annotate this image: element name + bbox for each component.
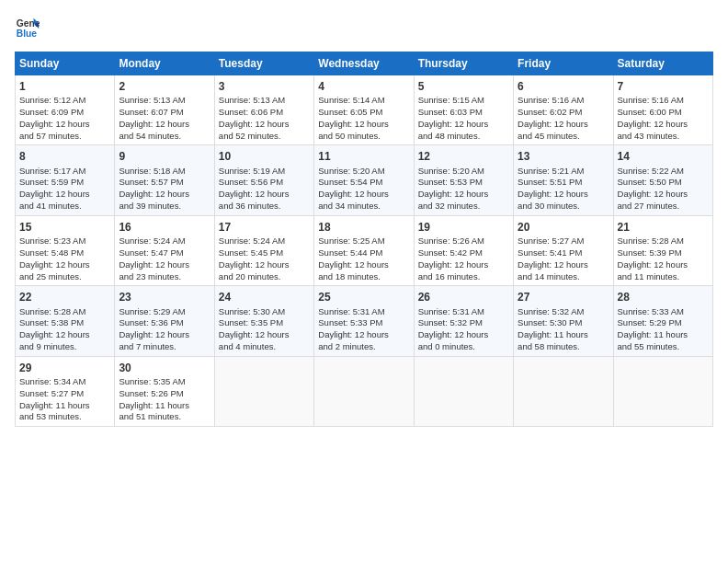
column-header-wednesday: Wednesday xyxy=(314,52,414,75)
calendar-cell: 15Sunrise: 5:23 AMSunset: 5:48 PMDayligh… xyxy=(16,215,115,285)
page-header: General Blue xyxy=(15,15,713,40)
cell-content: Daylight: 12 hours xyxy=(518,189,609,201)
cell-content: Sunset: 5:29 PM xyxy=(618,317,709,329)
cell-content: Sunrise: 5:35 AM xyxy=(119,376,210,388)
cell-content: Daylight: 12 hours xyxy=(618,259,709,271)
cell-content: Sunrise: 5:28 AM xyxy=(19,306,110,318)
cell-content: Daylight: 12 hours xyxy=(219,329,310,341)
cell-content: and 14 minutes. xyxy=(518,271,609,283)
day-number: 3 xyxy=(219,79,310,94)
logo-icon: General Blue xyxy=(15,15,40,40)
calendar-cell: 25Sunrise: 5:31 AMSunset: 5:33 PMDayligh… xyxy=(314,286,414,356)
calendar-cell: 16Sunrise: 5:24 AMSunset: 5:47 PMDayligh… xyxy=(115,215,214,285)
calendar-cell: 7Sunrise: 5:16 AMSunset: 6:00 PMDaylight… xyxy=(613,75,712,145)
cell-content: and 45 minutes. xyxy=(518,131,609,143)
cell-content: and 54 minutes. xyxy=(119,131,210,143)
cell-content: Daylight: 12 hours xyxy=(19,189,110,201)
cell-content: Daylight: 12 hours xyxy=(418,189,509,201)
cell-content: Sunrise: 5:16 AM xyxy=(618,95,709,107)
cell-content: Sunset: 5:33 PM xyxy=(318,317,409,329)
cell-content: Sunrise: 5:12 AM xyxy=(19,95,110,107)
cell-content: Sunset: 5:45 PM xyxy=(219,247,310,259)
cell-content: Sunset: 5:50 PM xyxy=(618,177,709,189)
day-number: 8 xyxy=(19,149,110,164)
cell-content: and 30 minutes. xyxy=(518,201,609,213)
calendar-cell: 5Sunrise: 5:15 AMSunset: 6:03 PMDaylight… xyxy=(414,75,513,145)
cell-content: Sunset: 6:07 PM xyxy=(119,107,210,119)
cell-content: Sunrise: 5:25 AM xyxy=(318,236,409,247)
cell-content: Sunset: 5:48 PM xyxy=(19,247,110,259)
cell-content: Sunset: 5:53 PM xyxy=(418,177,509,189)
cell-content: Daylight: 12 hours xyxy=(318,259,409,271)
calendar-cell xyxy=(613,356,712,426)
cell-content: Sunrise: 5:18 AM xyxy=(119,166,210,178)
day-number: 26 xyxy=(418,290,509,304)
column-header-saturday: Saturday xyxy=(613,52,712,75)
cell-content: Sunrise: 5:22 AM xyxy=(618,166,709,178)
cell-content: Sunset: 5:41 PM xyxy=(518,247,609,259)
day-number: 27 xyxy=(518,290,609,304)
day-number: 10 xyxy=(219,149,310,164)
cell-content: and 48 minutes. xyxy=(418,131,509,143)
cell-content: Sunset: 5:32 PM xyxy=(418,317,509,329)
cell-content: Daylight: 12 hours xyxy=(418,119,509,131)
cell-content: Daylight: 12 hours xyxy=(19,329,110,341)
cell-content: and 0 minutes. xyxy=(418,341,509,353)
cell-content: Daylight: 12 hours xyxy=(119,329,210,341)
day-number: 5 xyxy=(418,79,509,94)
day-number: 9 xyxy=(119,149,210,164)
cell-content: Daylight: 12 hours xyxy=(119,189,210,201)
cell-content: and 32 minutes. xyxy=(418,201,509,213)
cell-content: and 27 minutes. xyxy=(618,201,709,213)
day-number: 17 xyxy=(219,220,310,235)
cell-content: Daylight: 12 hours xyxy=(119,259,210,271)
calendar-cell: 6Sunrise: 5:16 AMSunset: 6:02 PMDaylight… xyxy=(514,75,613,145)
cell-content: Sunrise: 5:13 AM xyxy=(119,95,210,107)
calendar-cell: 21Sunrise: 5:28 AMSunset: 5:39 PMDayligh… xyxy=(613,215,712,285)
cell-content: Daylight: 11 hours xyxy=(119,400,210,412)
calendar-week-3: 15Sunrise: 5:23 AMSunset: 5:48 PMDayligh… xyxy=(16,215,713,285)
calendar-cell: 14Sunrise: 5:22 AMSunset: 5:50 PMDayligh… xyxy=(613,145,712,215)
calendar-header-row: SundayMondayTuesdayWednesdayThursdayFrid… xyxy=(16,52,713,75)
cell-content: Sunrise: 5:24 AM xyxy=(219,236,310,247)
cell-content: Daylight: 12 hours xyxy=(318,189,409,201)
cell-content: and 36 minutes. xyxy=(219,201,310,213)
cell-content: Daylight: 12 hours xyxy=(19,259,110,271)
cell-content: Sunset: 5:26 PM xyxy=(119,388,210,400)
calendar-cell: 13Sunrise: 5:21 AMSunset: 5:51 PMDayligh… xyxy=(514,145,613,215)
cell-content: Sunrise: 5:34 AM xyxy=(19,376,110,388)
calendar-table: SundayMondayTuesdayWednesdayThursdayFrid… xyxy=(15,52,713,427)
cell-content: and 18 minutes. xyxy=(318,271,409,283)
cell-content: and 39 minutes. xyxy=(119,201,210,213)
cell-content: Sunset: 5:38 PM xyxy=(19,317,110,329)
cell-content: Sunset: 5:27 PM xyxy=(19,388,110,400)
cell-content: and 53 minutes. xyxy=(19,411,110,423)
calendar-cell xyxy=(414,356,513,426)
cell-content: Sunset: 5:39 PM xyxy=(618,247,709,259)
column-header-friday: Friday xyxy=(514,52,613,75)
calendar-cell: 19Sunrise: 5:26 AMSunset: 5:42 PMDayligh… xyxy=(414,215,513,285)
calendar-cell: 9Sunrise: 5:18 AMSunset: 5:57 PMDaylight… xyxy=(115,145,214,215)
cell-content: Daylight: 12 hours xyxy=(418,259,509,271)
cell-content: Sunset: 6:02 PM xyxy=(518,107,609,119)
cell-content: Sunrise: 5:29 AM xyxy=(119,306,210,318)
calendar-cell xyxy=(314,356,414,426)
cell-content: Sunrise: 5:21 AM xyxy=(518,166,609,178)
column-header-sunday: Sunday xyxy=(16,52,115,75)
column-header-tuesday: Tuesday xyxy=(214,52,313,75)
calendar-cell: 29Sunrise: 5:34 AMSunset: 5:27 PMDayligh… xyxy=(16,356,115,426)
day-number: 21 xyxy=(618,220,709,235)
calendar-week-2: 8Sunrise: 5:17 AMSunset: 5:59 PMDaylight… xyxy=(16,145,713,215)
cell-content: Daylight: 11 hours xyxy=(19,400,110,412)
cell-content: Sunrise: 5:13 AM xyxy=(219,95,310,107)
cell-content: Sunrise: 5:31 AM xyxy=(318,306,409,318)
day-number: 4 xyxy=(318,79,409,94)
cell-content: Daylight: 12 hours xyxy=(518,119,609,131)
calendar-cell: 27Sunrise: 5:32 AMSunset: 5:30 PMDayligh… xyxy=(514,286,613,356)
cell-content: Sunset: 6:03 PM xyxy=(418,107,509,119)
cell-content: Daylight: 12 hours xyxy=(618,189,709,201)
cell-content: Sunset: 5:36 PM xyxy=(119,317,210,329)
day-number: 19 xyxy=(418,220,509,235)
cell-content: Sunset: 5:47 PM xyxy=(119,247,210,259)
calendar-cell: 12Sunrise: 5:20 AMSunset: 5:53 PMDayligh… xyxy=(414,145,513,215)
